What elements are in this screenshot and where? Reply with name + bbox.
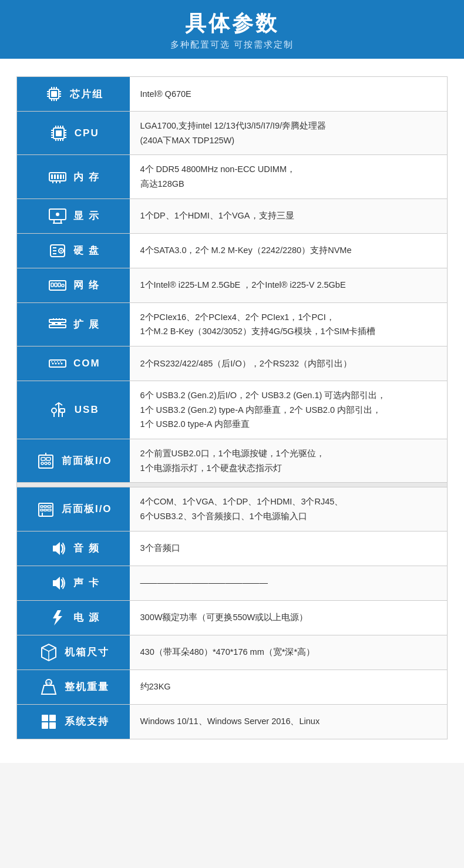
- spec-table-container: 芯片组 Intel® Q670E CPU: [0, 59, 464, 762]
- label-cell-usb: USB: [17, 381, 130, 439]
- label-cell-chipset: 芯片组: [17, 77, 130, 112]
- divider-row: [17, 483, 448, 487]
- label-text-rear-io: 后面板I/O: [62, 502, 112, 516]
- label-cell-rear-io: 后面板I/O: [17, 487, 130, 531]
- reario-icon: [35, 498, 57, 520]
- weight-icon: KG: [38, 676, 60, 698]
- svg-rect-80: [41, 457, 45, 460]
- svg-rect-92: [48, 509, 51, 511]
- label-text-audio: 音 频: [73, 541, 100, 555]
- svg-point-68: [58, 363, 59, 365]
- spec-row-com: COM 2个RS232/422/485（后I/O），2个RS232（内部引出）: [17, 346, 448, 381]
- usb-icon: [48, 399, 70, 421]
- spec-row-soundcard: 声 卡 ———————————————: [17, 566, 448, 600]
- label-cell-cpu: CPU: [17, 112, 130, 155]
- svg-rect-54: [55, 283, 57, 287]
- value-cell-memory: 4个 DDR5 4800MHz non-ECC UDIMM，高达128GB: [130, 155, 448, 199]
- svg-rect-89: [48, 506, 51, 507]
- spec-row-front-io: 前面板I/O 2个前置USB2.0口，1个电源按键，1个光驱位，1个电源指示灯，…: [17, 439, 448, 482]
- label-cell-storage: 硬 盘: [17, 233, 130, 268]
- display-icon: [46, 205, 69, 227]
- label-inner-chassis: 机箱尺寸: [22, 641, 125, 664]
- svg-rect-81: [46, 457, 51, 460]
- svg-point-83: [45, 462, 47, 465]
- os-icon: [38, 711, 60, 733]
- label-text-storage: 硬 盘: [73, 244, 100, 257]
- svg-point-82: [41, 462, 43, 465]
- svg-rect-56: [62, 284, 64, 287]
- label-text-weight: 整机重量: [65, 680, 109, 694]
- cpu-icon: [48, 122, 70, 144]
- label-text-usb: USB: [75, 404, 99, 416]
- svg-point-67: [55, 363, 56, 365]
- label-cell-os: 系统支持: [17, 704, 130, 739]
- label-inner-display: 显 示: [22, 205, 125, 227]
- value-cell-storage: 4个SATA3.0，2个 M.2 M-Key（2242/2280）支持NVMe: [130, 233, 448, 268]
- label-text-com: COM: [73, 358, 100, 369]
- value-cell-audio: 3个音频口: [130, 531, 448, 566]
- label-inner-usb: USB: [22, 399, 125, 421]
- svg-rect-97: [42, 715, 48, 721]
- label-text-expansion: 扩 展: [73, 318, 100, 331]
- svg-rect-57: [49, 319, 66, 322]
- svg-rect-58: [49, 325, 66, 328]
- svg-rect-46: [51, 245, 65, 257]
- spec-row-power: 电 源 300W额定功率（可更换550W或以上电源）: [17, 600, 448, 635]
- label-text-memory: 内 存: [73, 170, 100, 184]
- value-cell-power: 300W额定功率（可更换550W或以上电源）: [130, 600, 448, 635]
- power-icon: [46, 607, 69, 629]
- chassis-icon: [38, 641, 60, 664]
- svg-rect-75: [60, 409, 65, 412]
- svg-point-69: [60, 363, 62, 365]
- spec-row-chassis: 机箱尺寸 430（带耳朵480）*470*176 mm（宽*深*高）: [17, 635, 448, 669]
- label-text-soundcard: 声 卡: [73, 576, 100, 590]
- svg-rect-53: [51, 283, 53, 287]
- label-inner-front-io: 前面板I/O: [22, 450, 125, 472]
- svg-rect-15: [56, 130, 62, 136]
- svg-rect-90: [41, 509, 43, 511]
- label-cell-display: 显 示: [17, 199, 130, 233]
- label-cell-power: 电 源: [17, 600, 130, 635]
- header: 具体参数 多种配置可选 可按需求定制: [0, 0, 464, 59]
- audio-icon: [46, 537, 69, 560]
- spec-row-audio: 音 频 3个音频口: [17, 531, 448, 566]
- label-text-chassis: 机箱尺寸: [65, 645, 109, 659]
- label-cell-weight: KG 整机重量: [17, 669, 130, 704]
- value-cell-com: 2个RS232/422/485（后I/O），2个RS232（内部引出）: [130, 346, 448, 381]
- svg-rect-59: [52, 322, 55, 325]
- label-cell-expansion: 扩 展: [17, 302, 130, 346]
- svg-rect-37: [63, 174, 64, 179]
- spec-row-chipset: 芯片组 Intel® Q670E: [17, 77, 448, 112]
- value-cell-usb: 6个 USB3.2 (Gen.2)后I/O，2个 USB3.2 (Gen.1) …: [130, 381, 448, 439]
- svg-rect-87: [41, 506, 43, 507]
- spec-row-memory: 内 存 4个 DDR5 4800MHz non-ECC UDIMM，高达128G…: [17, 155, 448, 199]
- svg-rect-100: [49, 722, 56, 729]
- label-inner-os: 系统支持: [22, 711, 125, 733]
- svg-point-74: [52, 408, 56, 413]
- spec-row-network: 网 络 1个Intel® i225-LM 2.5GbE ，2个Intel® i2…: [17, 268, 448, 302]
- label-text-network: 网 络: [73, 278, 100, 292]
- page-title: 具体参数: [12, 11, 452, 36]
- svg-rect-91: [44, 509, 46, 511]
- spec-row-expansion: 扩 展 2个PCIex16、2个PCIex4、2个 PCIex1，1个PCI，1…: [17, 302, 448, 346]
- label-inner-weight: KG 整机重量: [22, 676, 125, 698]
- value-cell-cpu: LGA1700,支持intel 12/13代I3/I5/I7/I9/奔腾处理器(…: [130, 112, 448, 155]
- svg-rect-65: [49, 360, 66, 367]
- svg-rect-35: [57, 174, 59, 179]
- label-inner-rear-io: 后面板I/O: [22, 498, 125, 520]
- page-subtitle: 多种配置可选 可按需求定制: [12, 39, 452, 51]
- svg-marker-94: [53, 610, 62, 625]
- label-cell-chassis: 机箱尺寸: [17, 635, 130, 669]
- soundcard-icon: [46, 572, 69, 594]
- svg-point-84: [48, 462, 51, 465]
- svg-rect-88: [44, 506, 46, 507]
- label-inner-audio: 音 频: [22, 537, 125, 560]
- spec-row-weight: KG 整机重量 约23KG: [17, 669, 448, 704]
- spec-table: 芯片组 Intel® Q670E CPU: [16, 76, 448, 739]
- spec-row-usb: USB 6个 USB3.2 (Gen.2)后I/O，2个 USB3.2 (Gen…: [17, 381, 448, 439]
- svg-rect-1: [51, 91, 57, 97]
- label-text-power: 电 源: [73, 611, 100, 624]
- label-inner-com: COM: [22, 352, 125, 375]
- chipset-icon: [43, 83, 65, 105]
- label-cell-front-io: 前面板I/O: [17, 439, 130, 482]
